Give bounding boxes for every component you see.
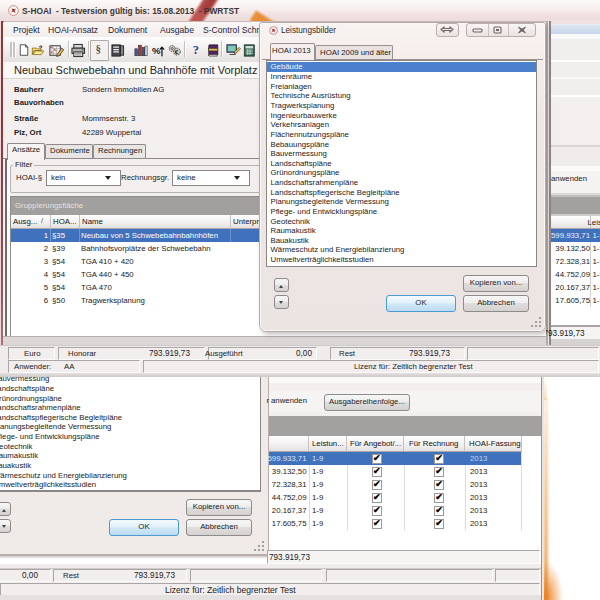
svg-text:?: ? [193,43,199,57]
svg-text:€: € [175,48,179,55]
svg-text:%: % [152,45,161,56]
